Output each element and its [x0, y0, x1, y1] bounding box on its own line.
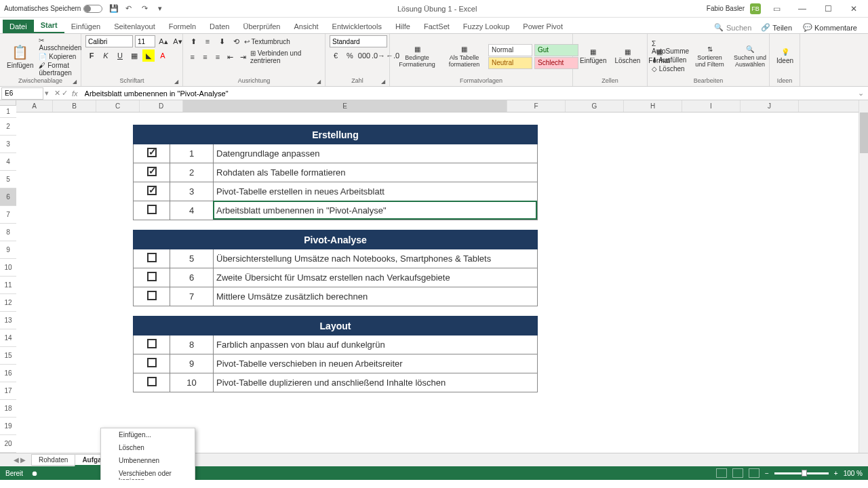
- zoom-in-icon[interactable]: +: [834, 470, 838, 477]
- sheet-tab-rohdaten[interactable]: Rohdaten: [31, 454, 75, 466]
- align-right-icon[interactable]: ≡: [212, 51, 223, 63]
- row-header-11[interactable]: 11: [0, 277, 16, 294]
- conditional-format-button[interactable]: ▦Bedingte Formatierung: [394, 44, 440, 69]
- sheet-nav-left-icon[interactable]: ◀: [14, 456, 19, 464]
- ctx-delete[interactable]: Löschen: [101, 441, 195, 454]
- search-box[interactable]: 🔍 Suchen: [710, 22, 755, 33]
- find-button[interactable]: 🔍Suchen und Auswählen: [730, 44, 770, 69]
- col-header-H[interactable]: H: [624, 100, 682, 112]
- row-header-13[interactable]: 13: [0, 312, 16, 329]
- tab-file[interactable]: Datei: [3, 20, 34, 33]
- row-header-7[interactable]: 7: [0, 206, 16, 224]
- undo-icon[interactable]: ↶: [125, 4, 135, 14]
- tab-insert[interactable]: Einfügen: [64, 20, 107, 33]
- insert-cells-button[interactable]: ▦Einfügen: [577, 47, 609, 66]
- copy-button[interactable]: 📄 Kopieren: [39, 53, 81, 60]
- row-header-6[interactable]: 6: [0, 188, 16, 206]
- col-header-G[interactable]: G: [566, 100, 624, 112]
- zoom-level[interactable]: 100 %: [844, 470, 863, 477]
- fill-color-icon[interactable]: ◣: [142, 49, 155, 62]
- currency-icon[interactable]: €: [330, 49, 342, 62]
- col-header-C[interactable]: C: [96, 100, 140, 112]
- tab-pagelayout[interactable]: Seitenlayout: [107, 20, 162, 33]
- ctx-insert[interactable]: Einfügen...: [101, 428, 195, 441]
- tab-factset[interactable]: FactSet: [417, 20, 456, 33]
- number-format-input[interactable]: [330, 35, 387, 47]
- maximize-icon[interactable]: ☐: [818, 2, 838, 16]
- checkbox-cell[interactable]: [134, 268, 170, 287]
- zoom-out-icon[interactable]: −: [765, 470, 769, 477]
- user-avatar[interactable]: FB: [750, 3, 761, 14]
- decrease-font-icon[interactable]: A▾: [172, 35, 184, 47]
- row-header-3[interactable]: 3: [0, 136, 16, 153]
- ctx-move[interactable]: Verschieben oder kopieren...: [101, 467, 195, 480]
- tab-view[interactable]: Ansicht: [287, 20, 325, 33]
- checkbox-cell[interactable]: [134, 373, 170, 392]
- number-launcher-icon[interactable]: ◢: [381, 79, 388, 85]
- fill-button[interactable]: ⬇ Ausfüllen: [652, 56, 689, 64]
- comments-button[interactable]: 💬 Kommentare: [797, 22, 863, 33]
- checkbox-cell[interactable]: [134, 336, 170, 354]
- sort-filter-button[interactable]: ⇅Sortieren und Filtern: [692, 44, 728, 69]
- col-header-E[interactable]: E: [183, 100, 507, 112]
- checkbox-cell[interactable]: [134, 182, 170, 201]
- view-pagelayout-icon[interactable]: [732, 468, 743, 478]
- save-icon[interactable]: 💾: [109, 4, 119, 14]
- delete-cells-button[interactable]: ▦Löschen: [612, 47, 643, 66]
- row-header-15[interactable]: 15: [0, 347, 16, 365]
- tab-data[interactable]: Daten: [203, 20, 236, 33]
- tab-start[interactable]: Start: [34, 18, 64, 33]
- row-header-19[interactable]: 19: [0, 418, 16, 435]
- dec-inc-icon[interactable]: .0→: [372, 49, 384, 62]
- autosum-button[interactable]: Σ AutoSumme: [652, 40, 689, 55]
- indent-inc-icon[interactable]: ⇥: [237, 51, 248, 63]
- col-header-J[interactable]: J: [741, 100, 799, 112]
- align-top-icon[interactable]: ⬆: [187, 35, 199, 47]
- bold-icon[interactable]: F: [85, 49, 98, 62]
- style-bad[interactable]: Schlecht: [534, 57, 578, 69]
- percent-icon[interactable]: %: [344, 49, 356, 62]
- col-header-D[interactable]: D: [140, 100, 183, 112]
- align-left-icon[interactable]: ≡: [187, 51, 198, 63]
- font-name-input[interactable]: [85, 35, 133, 47]
- style-normal[interactable]: Normal: [488, 44, 532, 56]
- tab-developer[interactable]: Entwicklertools: [326, 20, 389, 33]
- italic-icon[interactable]: K: [100, 49, 112, 62]
- qat-dropdown-icon[interactable]: ▾: [158, 4, 167, 14]
- format-painter-button[interactable]: 🖌 Format übertragen: [39, 62, 81, 77]
- user-name[interactable]: Fabio Basler: [707, 5, 745, 12]
- row-header-17[interactable]: 17: [0, 382, 16, 400]
- checkbox-cell[interactable]: [134, 163, 170, 182]
- row-header-20[interactable]: 20: [0, 435, 16, 453]
- col-header-A[interactable]: A: [16, 100, 53, 112]
- redo-icon[interactable]: ↷: [142, 4, 151, 14]
- toggle-off-icon[interactable]: [83, 5, 102, 13]
- share-button[interactable]: 🔗 Teilen: [755, 22, 797, 33]
- checkbox-cell[interactable]: [134, 287, 170, 306]
- thousands-icon[interactable]: 000: [358, 49, 370, 62]
- fx-icon[interactable]: fx: [72, 89, 78, 98]
- style-neutral[interactable]: Neutral: [488, 57, 532, 69]
- wrap-text-button[interactable]: ↩ Textumbruch: [244, 38, 290, 45]
- row-header-16[interactable]: 16: [0, 365, 16, 382]
- name-box[interactable]: [1, 87, 43, 100]
- checkbox-cell[interactable]: [134, 249, 170, 268]
- tab-help[interactable]: Hilfe: [389, 20, 417, 33]
- align-launcher-icon[interactable]: ◢: [317, 79, 323, 85]
- paste-button[interactable]: 📋 Einfügen: [4, 43, 36, 70]
- view-pagebreak-icon[interactable]: [749, 468, 760, 478]
- increase-font-icon[interactable]: A▴: [157, 35, 170, 47]
- align-center-icon[interactable]: ≡: [200, 51, 211, 63]
- tab-formulas[interactable]: Formeln: [162, 20, 203, 33]
- row-header-2[interactable]: 2: [0, 118, 16, 136]
- row-header-8[interactable]: 8: [0, 224, 16, 241]
- row-header-12[interactable]: 12: [0, 294, 16, 312]
- underline-icon[interactable]: U: [114, 49, 126, 62]
- accept-formula-icon[interactable]: ✓: [62, 89, 68, 98]
- minimize-icon[interactable]: —: [792, 2, 812, 16]
- font-launcher-icon[interactable]: ◢: [174, 79, 181, 85]
- cancel-formula-icon[interactable]: ✕: [54, 89, 60, 98]
- row-header-9[interactable]: 9: [0, 241, 16, 259]
- view-normal-icon[interactable]: [716, 468, 727, 478]
- tab-review[interactable]: Überprüfen: [236, 20, 287, 33]
